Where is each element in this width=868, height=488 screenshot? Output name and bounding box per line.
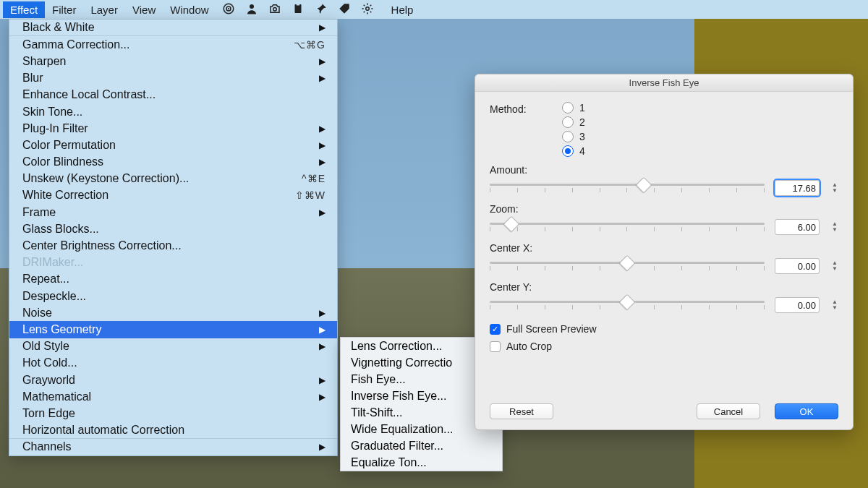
- menu-item-label: Blur: [22, 72, 43, 85]
- effect-item-sharpen[interactable]: Sharpen▶: [9, 53, 337, 69]
- svg-point-3: [250, 4, 254, 9]
- slider-value: 0.00: [798, 261, 816, 272]
- radio-dot-icon: [562, 116, 574, 128]
- pin-icon[interactable]: [315, 2, 328, 17]
- tag-icon[interactable]: [338, 2, 351, 17]
- effect-item-hot-cold[interactable]: Hot Cold...: [9, 355, 337, 372]
- cancel-button[interactable]: Cancel: [697, 403, 760, 419]
- effect-dropdown: Black & White▶Gamma Correction...⌥⌘GShar…: [9, 19, 338, 456]
- effect-item-torn-edge[interactable]: Torn Edge: [9, 405, 337, 421]
- radio-label: 4: [579, 145, 585, 157]
- submenu-arrow-icon: ▶: [319, 124, 326, 134]
- submenu-arrow-icon: ▶: [319, 308, 326, 318]
- slider-track[interactable]: [490, 181, 765, 195]
- effect-item-noise[interactable]: Noise▶: [9, 304, 337, 321]
- stepper-icon[interactable]: ▲▼: [831, 180, 838, 196]
- effect-item-repeat[interactable]: Repeat...: [9, 271, 337, 288]
- submenu-arrow-icon: ▶: [319, 73, 326, 83]
- menu-shortcut: ^⌘E: [302, 173, 326, 184]
- effect-item-color-blindness[interactable]: Color Blindness▶: [9, 154, 337, 171]
- slider-value-input[interactable]: 17.68: [775, 180, 820, 196]
- slider-track[interactable]: [490, 259, 765, 273]
- toolbar-icons: [222, 2, 374, 17]
- method-radio-2[interactable]: 2: [562, 116, 585, 128]
- person-icon[interactable]: [245, 2, 258, 17]
- submenu-arrow-icon: ▶: [319, 325, 326, 335]
- menu-item-label: Hot Cold...: [22, 356, 77, 369]
- menu-item-label: Grayworld: [22, 374, 75, 387]
- effect-item-channels[interactable]: Channels▶: [9, 439, 337, 455]
- effect-item-plug-in-filter[interactable]: Plug-In Filter▶: [9, 120, 337, 137]
- menu-view[interactable]: View: [125, 1, 163, 18]
- submenu-arrow-icon: ▶: [319, 22, 326, 33]
- effect-item-horizontal-automatic-correction[interactable]: Horizontal automatic Correction: [9, 422, 337, 439]
- slider-value-input[interactable]: 6.00: [775, 219, 820, 235]
- stepper-icon[interactable]: ▲▼: [831, 219, 838, 235]
- submenu-arrow-icon: ▶: [319, 56, 326, 67]
- effect-item-grayworld[interactable]: Grayworld▶: [9, 372, 337, 388]
- submenu-item-graduated-filter[interactable]: Graduated Filter...: [341, 437, 502, 454]
- menu-help[interactable]: Help: [384, 1, 421, 18]
- menu-item-label: Mathematical: [22, 390, 91, 403]
- effect-item-despeckle[interactable]: Despeckle...: [9, 288, 337, 304]
- method-radio-1[interactable]: 1: [562, 102, 585, 114]
- effect-item-lens-geometry[interactable]: Lens Geometry▶: [9, 321, 337, 338]
- slider-label: Amount:: [490, 164, 838, 176]
- reset-button[interactable]: Reset: [490, 403, 553, 419]
- checkbox-auto-crop[interactable]: Auto Crop: [490, 341, 838, 352]
- radio-label: 1: [579, 102, 585, 114]
- submenu-item-equalize-ton[interactable]: Equalize Ton...: [341, 454, 502, 471]
- menu-item-label: White Correction: [22, 189, 109, 202]
- menu-shortcut: ⌥⌘G: [294, 39, 326, 51]
- effect-item-white-correction[interactable]: White Correction⇧⌘W: [9, 187, 337, 204]
- target-icon[interactable]: [222, 2, 235, 17]
- camera-icon[interactable]: [268, 2, 281, 17]
- effect-item-black-white[interactable]: Black & White▶: [9, 20, 337, 36]
- submenu-arrow-icon: ▶: [319, 207, 326, 218]
- menu-item-label: Enhance Local Contrast...: [22, 88, 156, 101]
- gear-icon[interactable]: [361, 2, 374, 17]
- slider-label: Center Y:: [490, 281, 838, 293]
- menu-effect[interactable]: Effect: [3, 1, 45, 18]
- slider-label: Zoom:: [490, 203, 838, 215]
- menu-item-label: Plug-In Filter: [22, 122, 88, 135]
- menu-item-label: Center Brightness Correction...: [22, 239, 182, 252]
- effect-item-center-brightness-correction[interactable]: Center Brightness Correction...: [9, 237, 337, 254]
- effect-item-gamma-correction[interactable]: Gamma Correction...⌥⌘G: [9, 36, 337, 53]
- svg-point-2: [227, 7, 229, 9]
- slider-zoom: Zoom:6.00▲▼: [490, 203, 838, 235]
- menu-layer[interactable]: Layer: [83, 1, 125, 18]
- checkbox-full-screen-preview[interactable]: Full Screen Preview: [490, 323, 838, 335]
- submenu-arrow-icon: ▶: [319, 140, 326, 150]
- menu-item-label: Black & White: [22, 21, 95, 34]
- menu-item-label: Frame: [22, 206, 56, 219]
- menu-window[interactable]: Window: [163, 1, 216, 18]
- method-radio-4[interactable]: 4: [562, 145, 585, 157]
- slider-value-input[interactable]: 0.00: [775, 297, 820, 313]
- menu-item-label: Torn Edge: [22, 407, 75, 420]
- effect-item-enhance-local-contrast[interactable]: Enhance Local Contrast...: [9, 87, 337, 103]
- submenu-arrow-icon: ▶: [319, 375, 326, 385]
- stepper-icon[interactable]: ▲▼: [831, 258, 838, 274]
- method-radio-3[interactable]: 3: [562, 131, 585, 142]
- effect-item-blur[interactable]: Blur▶: [9, 70, 337, 87]
- effect-item-unskew-keystone-correction[interactable]: Unskew (Keystone Correction)...^⌘E: [9, 171, 337, 187]
- menubar: Effect Filter Layer View Window Help: [0, 0, 868, 19]
- slider-track[interactable]: [490, 298, 765, 312]
- slider-track[interactable]: [490, 220, 765, 234]
- checkbox-label: Full Screen Preview: [506, 323, 597, 335]
- effect-item-frame[interactable]: Frame▶: [9, 204, 337, 221]
- radio-label: 3: [579, 131, 585, 142]
- ok-button[interactable]: OK: [775, 403, 838, 419]
- menu-filter[interactable]: Filter: [45, 1, 83, 18]
- effect-item-glass-blocks[interactable]: Glass Blocks...: [9, 221, 337, 237]
- effect-item-color-permutation[interactable]: Color Permutation▶: [9, 137, 337, 153]
- menu-item-label: Noise: [22, 307, 52, 320]
- slider-value-input[interactable]: 0.00: [775, 258, 820, 274]
- clipboard-icon[interactable]: [292, 2, 305, 17]
- radio-dot-icon: [562, 131, 574, 142]
- effect-item-skin-tone[interactable]: Skin Tone...: [9, 103, 337, 120]
- effect-item-mathematical[interactable]: Mathematical▶: [9, 388, 337, 405]
- stepper-icon[interactable]: ▲▼: [831, 297, 838, 313]
- effect-item-old-style[interactable]: Old Style▶: [9, 338, 337, 355]
